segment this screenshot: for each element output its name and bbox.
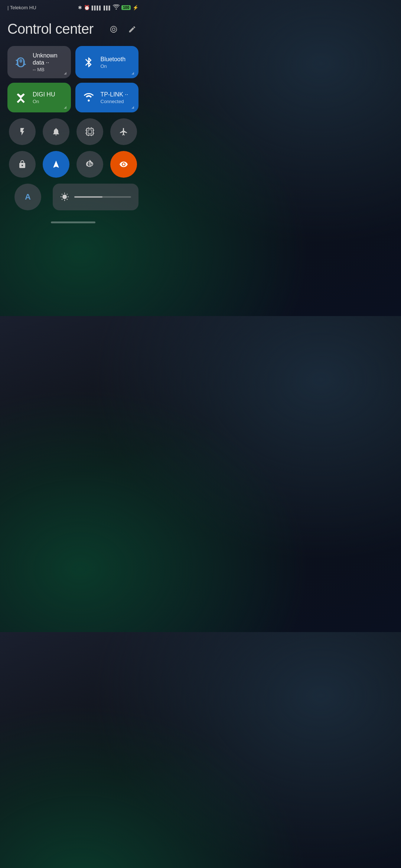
wifi-icon: [113, 4, 120, 11]
battery-level: 100: [121, 5, 131, 10]
bluetooth-icon: [82, 56, 95, 68]
cc-header-icons: [107, 23, 138, 36]
notification-button[interactable]: [43, 118, 69, 145]
brightness-icon: [60, 193, 69, 201]
tp-link-text: TP-LINK ·· Connected: [101, 91, 128, 104]
bottom-controls: A: [7, 184, 138, 210]
bluetooth-sub: On: [101, 63, 126, 69]
signal-icon-1: ▌▌▌▌: [92, 6, 102, 10]
svg-point-0: [19, 59, 22, 63]
settings-button[interactable]: [107, 23, 120, 36]
digi-hu-name: DIGI HU: [33, 91, 55, 98]
tile-unknown-data[interactable]: Unknown data ·· -- MB: [7, 46, 71, 78]
tile-corner-bt: [131, 72, 134, 75]
wifi-tile-icon: [82, 92, 95, 103]
tile-corner: [64, 72, 66, 75]
status-bar: | Telekom HU ✱ ⏰ ▌▌▌▌ ▌▌▌ 100 ⚡: [0, 0, 146, 14]
svg-rect-2: [88, 130, 92, 134]
screenshot-button[interactable]: [76, 118, 103, 145]
digi-hu-text: DIGI HU On: [33, 91, 55, 104]
unknown-data-sub: -- MB: [33, 67, 64, 72]
tile-corner-digi: [64, 106, 66, 109]
cc-title: Control center: [7, 21, 94, 37]
font-button[interactable]: A: [14, 184, 41, 210]
privacy-button[interactable]: [110, 151, 137, 178]
alarm-icon: ⏰: [84, 5, 90, 10]
brightness-track: [74, 196, 131, 198]
tp-link-name: TP-LINK ··: [101, 91, 128, 98]
charging-icon: ⚡: [133, 5, 138, 10]
tile-bluetooth[interactable]: Bluetooth On: [75, 46, 139, 78]
bluetooth-status-icon: ✱: [78, 5, 82, 10]
tiles-grid: Unknown data ·· -- MB Bluetooth On: [7, 46, 138, 112]
quick-buttons-row2: [7, 151, 138, 178]
bluetooth-name: Bluetooth: [101, 56, 126, 63]
tile-digi-hu[interactable]: DIGI HU On: [7, 83, 71, 112]
bluetooth-text: Bluetooth On: [101, 56, 126, 69]
carrier-text: | Telekom HU: [7, 5, 36, 10]
cc-header: Control center: [7, 21, 138, 37]
digi-hu-sub: On: [33, 99, 55, 104]
lock-button[interactable]: [9, 151, 36, 178]
location-button[interactable]: [43, 151, 69, 178]
mobile-data-icon: [14, 92, 27, 103]
brightness-fill: [74, 196, 103, 198]
signal-icon-2: ▌▌▌: [104, 6, 111, 10]
airplane-mode-button[interactable]: [110, 118, 137, 145]
quick-buttons-row1: [7, 118, 138, 145]
status-icons: ✱ ⏰ ▌▌▌▌ ▌▌▌ 100 ⚡: [78, 4, 138, 11]
brightness-slider[interactable]: [53, 184, 138, 210]
home-indicator: [51, 221, 95, 223]
rotation-lock-button[interactable]: [76, 151, 103, 178]
unknown-data-text: Unknown data ·· -- MB: [33, 52, 64, 72]
tile-corner-tp: [131, 106, 134, 109]
data-icon: [14, 56, 27, 68]
tile-tp-link[interactable]: TP-LINK ·· Connected: [75, 83, 139, 112]
flashlight-button[interactable]: [9, 118, 36, 145]
control-center: Control center: [0, 14, 146, 210]
svg-rect-1: [87, 128, 93, 135]
edit-button[interactable]: [126, 23, 138, 36]
tp-link-sub: Connected: [101, 99, 128, 104]
unknown-data-name: Unknown data ··: [33, 52, 64, 66]
